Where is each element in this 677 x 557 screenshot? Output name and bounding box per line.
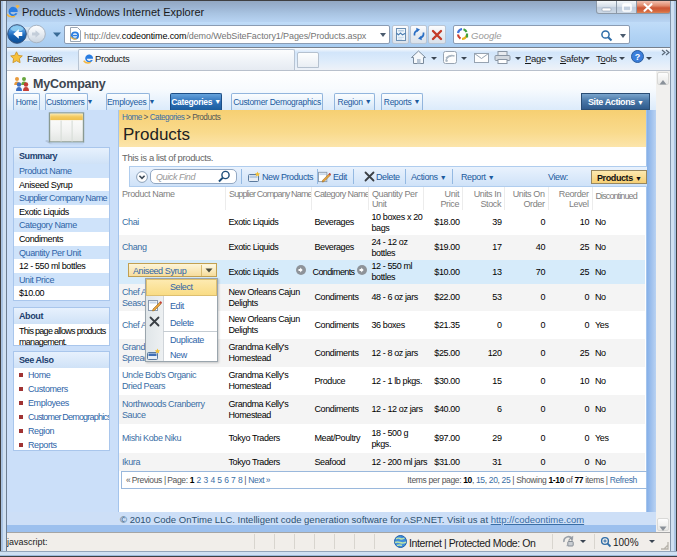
- svg-text:?: ?: [635, 52, 641, 62]
